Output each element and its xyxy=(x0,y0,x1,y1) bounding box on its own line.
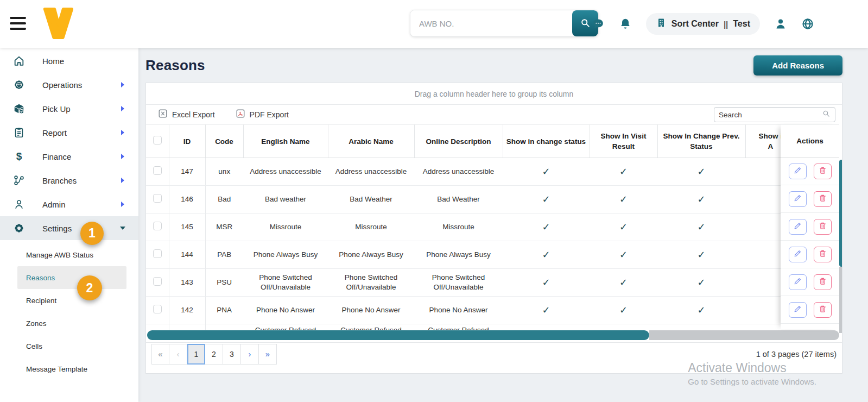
sidebar-item-report[interactable]: Report xyxy=(0,121,138,145)
edit-button[interactable] xyxy=(789,191,807,207)
grid-toolbar: Excel Export PDF Export xyxy=(146,105,842,124)
page-number-button[interactable]: 3 xyxy=(223,344,241,365)
sidebar-item-manage-awb-status[interactable]: Manage AWB Status xyxy=(0,243,138,266)
sidebar-item-home[interactable]: Home xyxy=(0,49,138,73)
page-info: 1 of 3 pages (27 items) xyxy=(756,350,837,359)
sidebar-item-message-template[interactable]: Message Template xyxy=(0,357,138,380)
chevron-right-icon xyxy=(121,178,124,183)
delete-button[interactable] xyxy=(814,191,832,207)
cell-id: 142 xyxy=(169,297,205,324)
row-checkbox[interactable] xyxy=(153,222,162,230)
sidebar-item-branches[interactable]: Branches xyxy=(0,168,138,192)
actions-rows xyxy=(781,158,839,324)
awb-search-group xyxy=(410,10,599,37)
reasons-table: ID Code English Name Arabic Name Online … xyxy=(146,124,795,330)
header-show-in-change-status[interactable]: Show in change status xyxy=(503,125,590,158)
header-english-name[interactable]: English Name xyxy=(243,125,328,158)
first-page-button[interactable]: « xyxy=(151,344,169,365)
row-checkbox[interactable] xyxy=(153,277,162,286)
bell-icon[interactable] xyxy=(619,17,632,30)
select-all-checkbox[interactable] xyxy=(153,136,162,145)
header-show-in-change-prev-status[interactable]: Show In Change Prev. Status xyxy=(657,125,745,158)
awb-search-input[interactable] xyxy=(410,10,572,36)
sidebar-item-pickup[interactable]: Pick Up xyxy=(0,97,138,121)
delete-button[interactable] xyxy=(814,164,832,179)
settings-submenu: Manage AWB Status Reasons Recipient Zone… xyxy=(0,240,138,380)
chat-icon[interactable] xyxy=(592,17,605,30)
horizontal-scrollbar-thumb[interactable] xyxy=(147,330,649,340)
edit-button[interactable] xyxy=(789,247,807,262)
operations-badge-icon: NEW xyxy=(13,79,25,91)
logo-v[interactable] xyxy=(41,7,75,40)
sidebar-item-admin[interactable]: Admin xyxy=(0,192,138,216)
vertical-scrollbar[interactable] xyxy=(839,160,842,267)
row-checkbox[interactable] xyxy=(153,166,162,175)
trash-icon xyxy=(818,304,827,315)
chevron-right-icon xyxy=(121,82,124,87)
pdf-icon xyxy=(236,109,245,121)
row-checkbox[interactable] xyxy=(153,305,162,313)
page-number-button[interactable]: 2 xyxy=(205,344,223,365)
check-show-in-change-status: ✓ xyxy=(503,269,590,297)
chevron-down-icon xyxy=(120,227,125,230)
reasons-grid-card: Drag a column header here to group its c… xyxy=(145,83,842,374)
delete-button[interactable] xyxy=(814,247,832,262)
header-actions: Actions xyxy=(781,124,839,158)
sidebar-item-zones[interactable]: Zones xyxy=(0,312,138,335)
cell-code: PSU xyxy=(205,269,243,297)
main-content: Reasons Add Reasons Drag a column header… xyxy=(138,48,868,402)
cell-id: 145 xyxy=(169,213,205,241)
submenu-label: Cells xyxy=(26,342,42,350)
header-arabic-name[interactable]: Arabic Name xyxy=(328,125,414,158)
header-show-in-visit-result[interactable]: Show In Visit Result xyxy=(590,125,657,158)
page-number-button[interactable]: 1 xyxy=(187,344,205,365)
globe-icon[interactable] xyxy=(801,17,814,30)
check-show-in-change-prev-status: ✓ xyxy=(657,297,745,324)
user-icon[interactable] xyxy=(774,17,787,30)
next-page-button[interactable]: › xyxy=(241,344,259,365)
sidebar-item-label: Home xyxy=(42,56,64,66)
sidebar-item-settings[interactable]: Settings xyxy=(0,216,138,240)
home-icon xyxy=(13,55,25,67)
edit-button[interactable] xyxy=(789,274,807,290)
check-show-in-change-prev-status: ✓ xyxy=(657,269,745,297)
header-online-description[interactable]: Online Description xyxy=(414,125,503,158)
menu-icon[interactable] xyxy=(10,17,26,30)
search-icon xyxy=(822,109,831,120)
sidebar-item-reasons[interactable]: Reasons xyxy=(17,266,126,289)
excel-export-button[interactable]: Excel Export xyxy=(158,109,215,121)
check-show-in-visit-result: ✓ xyxy=(590,269,657,297)
grid-search-input[interactable] xyxy=(719,111,822,119)
sidebar-item-operations[interactable]: NEW Operations xyxy=(0,73,138,97)
table-row-partial: Customer Refused Customer Refused Custom… xyxy=(146,324,795,330)
prev-page-button[interactable]: ‹ xyxy=(169,344,187,365)
trash-icon xyxy=(818,166,827,177)
check-show-in-change-status: ✓ xyxy=(503,186,590,213)
header-code[interactable]: Code xyxy=(205,125,243,158)
station-selector[interactable]: Sort Center || Test xyxy=(646,13,760,35)
person-icon xyxy=(13,198,25,210)
sidebar-item-recipient[interactable]: Recipient xyxy=(0,289,138,312)
pdf-export-button[interactable]: PDF Export xyxy=(236,109,289,121)
cell-arabic-name: Bad Weather xyxy=(328,186,414,213)
sidebar-item-finance[interactable]: $ Finance xyxy=(0,145,138,168)
delete-button[interactable] xyxy=(814,302,832,318)
add-reasons-button[interactable]: Add Reasons xyxy=(753,55,842,76)
row-checkbox[interactable] xyxy=(153,194,162,203)
edit-button[interactable] xyxy=(789,302,807,318)
pencil-icon xyxy=(793,277,802,287)
header-id[interactable]: ID xyxy=(169,125,205,158)
building-icon xyxy=(656,17,667,30)
delete-button[interactable] xyxy=(814,274,832,290)
edit-button[interactable] xyxy=(789,219,807,235)
table-body: 147 unx Address unaccessible Address una… xyxy=(146,158,795,324)
last-page-button[interactable]: » xyxy=(259,344,277,365)
row-checkbox[interactable] xyxy=(153,249,162,258)
delete-button[interactable] xyxy=(814,219,832,235)
dollar-icon: $ xyxy=(13,150,25,162)
check-show-in-visit-result: ✓ xyxy=(590,213,657,241)
edit-button[interactable] xyxy=(789,164,807,179)
sidebar-item-cells[interactable]: Cells xyxy=(0,335,138,357)
step-annotation-1: 1 xyxy=(80,222,104,245)
check-show-in-visit-result: ✓ xyxy=(590,158,657,186)
